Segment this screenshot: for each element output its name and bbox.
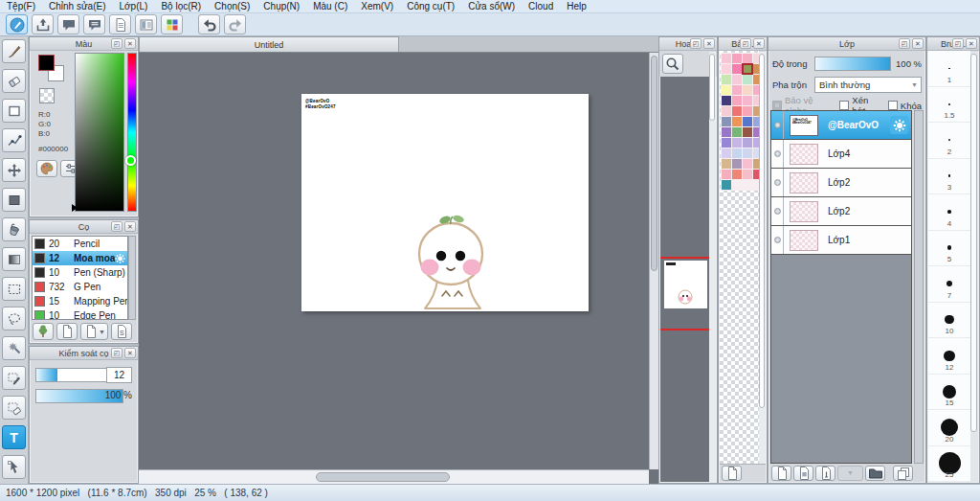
menu-item-8[interactable]: Công cụ(T) (400, 0, 461, 12)
popout-icon[interactable]: ◰ (111, 221, 122, 232)
layer-row-4[interactable]: Lớp1 (771, 226, 911, 255)
color-swatch-30[interactable] (743, 127, 752, 137)
color-swatch-9[interactable] (732, 75, 742, 84)
chat-button[interactable] (57, 14, 79, 34)
zoom-button[interactable] (662, 54, 683, 74)
brush-size-option-2[interactable]: 2 (928, 123, 970, 159)
brush-item-5[interactable]: 10Edge Pen (33, 308, 127, 320)
layer-row-0[interactable]: @BearOvO#BearOvO247@BearOvO (771, 111, 911, 140)
color-swatch-28[interactable] (722, 127, 731, 137)
brush-size-option-15[interactable]: 15 (928, 375, 970, 411)
popout-icon[interactable]: ◰ (899, 38, 910, 49)
checkbox-icon[interactable] (839, 101, 849, 110)
checkbox-icon[interactable] (888, 101, 898, 110)
close-icon[interactable]: ✕ (753, 38, 765, 49)
menu-item-10[interactable]: Cloud (522, 0, 560, 12)
close-icon[interactable]: ✕ (703, 38, 715, 49)
color-swatch-48[interactable] (722, 180, 731, 190)
brush-size-option-3[interactable]: 3 (928, 159, 970, 195)
layer-visibility-toggle[interactable] (771, 197, 784, 225)
popout-icon[interactable]: ◰ (111, 38, 122, 49)
foreground-color-swatch[interactable] (38, 55, 55, 71)
brush-item-2[interactable]: 10Pen (Sharp) (33, 265, 127, 280)
menu-item-2[interactable]: Lớp(L) (113, 0, 155, 12)
color-swatch-38[interactable] (743, 148, 752, 158)
color-swatch-40[interactable] (722, 159, 731, 169)
duplicate-button[interactable] (893, 466, 913, 481)
brush-size-option-1.5[interactable]: 1.5 (928, 87, 970, 124)
canvas-horizontal-scrollbar[interactable] (139, 469, 649, 484)
transparent-color-swatch[interactable] (39, 88, 55, 103)
layer-visibility-toggle[interactable] (771, 111, 784, 139)
color-swatch-46[interactable] (743, 170, 752, 179)
marquee-tool-button[interactable] (2, 277, 26, 301)
layer-option-2[interactable]: Khóa (888, 101, 922, 111)
new-swatch-button[interactable] (722, 466, 742, 481)
brush-size-option-20[interactable]: 20 (928, 410, 970, 446)
color-swatch-1[interactable] (732, 54, 742, 63)
brush-item-3[interactable]: 732G Pen (33, 280, 127, 294)
hue-bar[interactable] (127, 53, 137, 212)
color-swatch-24[interactable] (722, 117, 731, 126)
menu-item-5[interactable]: Chụp(N) (256, 0, 306, 12)
polyline-tool-button[interactable] (2, 128, 26, 152)
brush-item-1[interactable]: 12Moa moa (33, 251, 127, 265)
color-swatch-18[interactable] (743, 96, 752, 105)
close-icon[interactable]: ✕ (966, 38, 977, 49)
color-swatch-29[interactable] (732, 127, 742, 137)
brush-item-4[interactable]: 15Mapping Pen (33, 294, 127, 308)
color-swatch-26[interactable] (743, 117, 752, 126)
color-swatch-32[interactable] (722, 138, 731, 148)
redo-button[interactable] (224, 14, 246, 34)
color-swatch-14[interactable] (743, 85, 752, 95)
color-swatch-44[interactable] (722, 170, 731, 179)
brush-size-option-7[interactable]: 7 (928, 266, 970, 303)
layer-visibility-toggle[interactable] (771, 226, 784, 254)
close-icon[interactable]: ✕ (124, 221, 136, 232)
color-swatch-37[interactable] (732, 148, 742, 158)
layer-opacity-slider[interactable] (814, 57, 891, 71)
brush-item-0[interactable]: 20Pencil (33, 237, 127, 251)
layer-list-scrollbar[interactable] (914, 110, 924, 464)
close-icon[interactable]: ✕ (912, 38, 924, 49)
navigator-preview[interactable] (660, 77, 709, 482)
color-swatch-8[interactable] (722, 75, 731, 84)
eraser-tool-button[interactable] (2, 69, 26, 93)
doc-one-button[interactable] (815, 466, 835, 481)
color-swatch-36[interactable] (722, 148, 731, 158)
saturation-value-picker[interactable] (75, 53, 124, 212)
color-swatch-17[interactable] (732, 96, 742, 105)
gradient-tool-button[interactable] (2, 247, 26, 271)
fill-rect-tool-button[interactable] (2, 188, 26, 212)
canvas-vertical-scrollbar[interactable] (649, 53, 658, 469)
layer-row-3[interactable]: Lớp2 (771, 197, 911, 226)
panels-button[interactable] (135, 14, 157, 34)
color-swatch-2[interactable] (743, 54, 752, 63)
popout-icon[interactable]: ◰ (740, 38, 751, 49)
menu-item-0[interactable]: Tệp(F) (0, 0, 42, 12)
layer-visibility-toggle[interactable] (771, 140, 784, 168)
color-swatch-45[interactable] (732, 170, 742, 179)
export-button[interactable] (32, 14, 54, 34)
color-swatch-41[interactable] (732, 159, 742, 169)
blend-mode-select[interactable]: Bình thường ▼ (814, 77, 922, 93)
color-swatch-25[interactable] (732, 117, 742, 126)
brush-list-scrollbar[interactable] (128, 236, 136, 320)
layer-visibility-toggle[interactable] (771, 169, 784, 196)
brush-size-option-1[interactable]: 1 (928, 51, 970, 87)
color-swatch-10[interactable] (743, 75, 752, 84)
text-tool-button[interactable]: T (2, 425, 26, 449)
sai-pen-button[interactable] (6, 14, 28, 34)
new-doc-button[interactable] (771, 466, 791, 481)
layer-row-1[interactable]: Lớp4 (771, 140, 911, 169)
brush-size-option-25[interactable]: 25 (928, 446, 970, 483)
color-swatch-16[interactable] (722, 96, 731, 105)
doc-mask-button[interactable] (793, 466, 813, 481)
canvas-tab[interactable]: Untitled (139, 36, 399, 52)
undo-button[interactable] (198, 14, 220, 34)
color-swatch-42[interactable] (743, 159, 752, 169)
navigator-scrollbar[interactable] (709, 52, 716, 482)
color-grid-button[interactable] (161, 14, 183, 34)
popout-icon[interactable]: ◰ (690, 38, 702, 49)
color-swatch-13[interactable] (732, 85, 742, 95)
